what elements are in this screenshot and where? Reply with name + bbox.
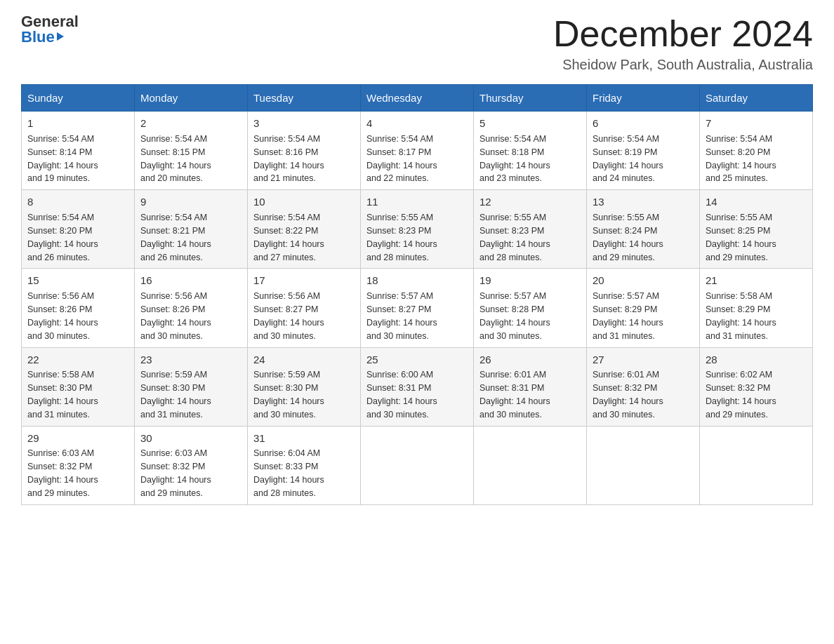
day-info: Sunrise: 5:58 AMSunset: 8:29 PMDaylight:…: [706, 291, 776, 341]
day-info: Sunrise: 5:58 AMSunset: 8:30 PMDaylight:…: [27, 370, 98, 420]
header-friday: Friday: [587, 85, 700, 112]
day-info: Sunrise: 6:01 AMSunset: 8:31 PMDaylight:…: [479, 370, 550, 420]
day-info: Sunrise: 5:57 AMSunset: 8:29 PMDaylight:…: [593, 291, 663, 341]
calendar-cell: 28 Sunrise: 6:02 AMSunset: 8:32 PMDaylig…: [700, 347, 813, 426]
day-info: Sunrise: 5:54 AMSunset: 8:18 PMDaylight:…: [479, 134, 550, 184]
calendar-cell: 7 Sunrise: 5:54 AMSunset: 8:20 PMDayligh…: [700, 112, 813, 190]
logo-arrow-icon: [57, 32, 64, 41]
day-info: Sunrise: 5:59 AMSunset: 8:30 PMDaylight:…: [253, 370, 324, 420]
day-info: Sunrise: 6:00 AMSunset: 8:31 PMDaylight:…: [366, 370, 437, 420]
calendar-cell: 10 Sunrise: 5:54 AMSunset: 8:22 PMDaylig…: [248, 190, 361, 269]
day-number: 10: [253, 194, 355, 210]
day-info: Sunrise: 6:02 AMSunset: 8:32 PMDaylight:…: [706, 370, 776, 420]
day-number: 30: [140, 431, 241, 446]
day-number: 17: [253, 273, 355, 288]
day-number: 14: [706, 194, 807, 210]
calendar-cell: 23 Sunrise: 5:59 AMSunset: 8:30 PMDaylig…: [135, 347, 248, 426]
calendar-cell: [587, 426, 700, 504]
title-section: December 2024 Sheidow Park, South Austra…: [553, 14, 813, 73]
day-info: Sunrise: 6:01 AMSunset: 8:32 PMDaylight:…: [593, 370, 663, 420]
day-info: Sunrise: 5:56 AMSunset: 8:26 PMDaylight:…: [27, 291, 98, 341]
day-info: Sunrise: 5:54 AMSunset: 8:15 PMDaylight:…: [140, 134, 211, 184]
day-number: 6: [593, 116, 694, 131]
calendar-week-row: 29 Sunrise: 6:03 AMSunset: 8:32 PMDaylig…: [22, 426, 813, 504]
day-info: Sunrise: 5:55 AMSunset: 8:24 PMDaylight:…: [593, 213, 663, 262]
day-info: Sunrise: 5:54 AMSunset: 8:20 PMDaylight:…: [706, 134, 776, 184]
calendar-cell: 18 Sunrise: 5:57 AMSunset: 8:27 PMDaylig…: [361, 269, 474, 347]
day-number: 13: [593, 194, 694, 210]
calendar-cell: 9 Sunrise: 5:54 AMSunset: 8:21 PMDayligh…: [135, 190, 248, 269]
calendar-cell: 8 Sunrise: 5:54 AMSunset: 8:20 PMDayligh…: [22, 190, 135, 269]
day-number: 8: [27, 194, 128, 210]
calendar-cell: 27 Sunrise: 6:01 AMSunset: 8:32 PMDaylig…: [587, 347, 700, 426]
day-number: 15: [27, 273, 128, 288]
day-number: 29: [27, 431, 128, 446]
calendar-cell: 15 Sunrise: 5:56 AMSunset: 8:26 PMDaylig…: [22, 269, 135, 347]
day-info: Sunrise: 5:59 AMSunset: 8:30 PMDaylight:…: [140, 370, 211, 420]
day-number: 27: [593, 352, 694, 368]
calendar-week-row: 1 Sunrise: 5:54 AMSunset: 8:14 PMDayligh…: [22, 112, 813, 190]
day-number: 11: [366, 194, 468, 210]
calendar-cell: 16 Sunrise: 5:56 AMSunset: 8:26 PMDaylig…: [135, 269, 248, 347]
month-title: December 2024: [553, 14, 813, 54]
day-info: Sunrise: 5:54 AMSunset: 8:14 PMDaylight:…: [27, 134, 98, 184]
header-thursday: Thursday: [474, 85, 587, 112]
calendar-cell: 4 Sunrise: 5:54 AMSunset: 8:17 PMDayligh…: [361, 112, 474, 190]
header-wednesday: Wednesday: [361, 85, 474, 112]
day-number: 9: [140, 194, 241, 210]
day-info: Sunrise: 5:57 AMSunset: 8:27 PMDaylight:…: [366, 291, 437, 341]
calendar-week-row: 8 Sunrise: 5:54 AMSunset: 8:20 PMDayligh…: [22, 190, 813, 269]
day-number: 2: [140, 116, 241, 131]
logo-blue-text: Blue: [21, 29, 64, 45]
day-info: Sunrise: 6:03 AMSunset: 8:32 PMDaylight:…: [27, 448, 98, 498]
day-number: 12: [479, 194, 581, 210]
calendar-cell: 19 Sunrise: 5:57 AMSunset: 8:28 PMDaylig…: [474, 269, 587, 347]
day-info: Sunrise: 5:57 AMSunset: 8:28 PMDaylight:…: [479, 291, 550, 341]
calendar-cell: 29 Sunrise: 6:03 AMSunset: 8:32 PMDaylig…: [22, 426, 135, 504]
header-sunday: Sunday: [22, 85, 135, 112]
day-number: 28: [706, 352, 807, 368]
day-number: 26: [479, 352, 581, 368]
calendar-cell: [474, 426, 587, 504]
day-info: Sunrise: 6:03 AMSunset: 8:32 PMDaylight:…: [140, 448, 211, 498]
day-number: 23: [140, 352, 241, 368]
day-info: Sunrise: 5:56 AMSunset: 8:27 PMDaylight:…: [253, 291, 324, 341]
calendar-cell: 30 Sunrise: 6:03 AMSunset: 8:32 PMDaylig…: [135, 426, 248, 504]
day-number: 4: [366, 116, 468, 131]
calendar-cell: 25 Sunrise: 6:00 AMSunset: 8:31 PMDaylig…: [361, 347, 474, 426]
calendar-cell: 31 Sunrise: 6:04 AMSunset: 8:33 PMDaylig…: [248, 426, 361, 504]
calendar-cell: [361, 426, 474, 504]
calendar-cell: 3 Sunrise: 5:54 AMSunset: 8:16 PMDayligh…: [248, 112, 361, 190]
day-number: 21: [706, 273, 807, 288]
calendar-cell: 1 Sunrise: 5:54 AMSunset: 8:14 PMDayligh…: [22, 112, 135, 190]
day-info: Sunrise: 5:54 AMSunset: 8:22 PMDaylight:…: [253, 213, 324, 262]
calendar-cell: 21 Sunrise: 5:58 AMSunset: 8:29 PMDaylig…: [700, 269, 813, 347]
day-number: 18: [366, 273, 468, 288]
day-number: 5: [479, 116, 581, 131]
day-info: Sunrise: 5:55 AMSunset: 8:23 PMDaylight:…: [479, 213, 550, 262]
day-number: 1: [27, 116, 128, 131]
day-number: 24: [253, 352, 355, 368]
logo-general-text: General: [21, 14, 79, 29]
day-info: Sunrise: 5:54 AMSunset: 8:17 PMDaylight:…: [366, 134, 437, 184]
page-header: General Blue December 2024 Sheidow Park,…: [21, 14, 813, 73]
day-number: 19: [479, 273, 581, 288]
calendar-cell: 5 Sunrise: 5:54 AMSunset: 8:18 PMDayligh…: [474, 112, 587, 190]
calendar-cell: 2 Sunrise: 5:54 AMSunset: 8:15 PMDayligh…: [135, 112, 248, 190]
calendar-cell: 12 Sunrise: 5:55 AMSunset: 8:23 PMDaylig…: [474, 190, 587, 269]
day-info: Sunrise: 5:55 AMSunset: 8:25 PMDaylight:…: [706, 213, 776, 262]
location-title: Sheidow Park, South Australia, Australia: [553, 57, 813, 73]
calendar-cell: 14 Sunrise: 5:55 AMSunset: 8:25 PMDaylig…: [700, 190, 813, 269]
day-number: 20: [593, 273, 694, 288]
calendar-cell: 11 Sunrise: 5:55 AMSunset: 8:23 PMDaylig…: [361, 190, 474, 269]
calendar-cell: 13 Sunrise: 5:55 AMSunset: 8:24 PMDaylig…: [587, 190, 700, 269]
day-info: Sunrise: 5:54 AMSunset: 8:21 PMDaylight:…: [140, 213, 211, 262]
calendar-cell: 22 Sunrise: 5:58 AMSunset: 8:30 PMDaylig…: [22, 347, 135, 426]
day-info: Sunrise: 5:56 AMSunset: 8:26 PMDaylight:…: [140, 291, 211, 341]
day-info: Sunrise: 5:54 AMSunset: 8:19 PMDaylight:…: [593, 134, 663, 184]
calendar-header-row: SundayMondayTuesdayWednesdayThursdayFrid…: [22, 85, 813, 112]
day-number: 7: [706, 116, 807, 131]
calendar-week-row: 15 Sunrise: 5:56 AMSunset: 8:26 PMDaylig…: [22, 269, 813, 347]
header-saturday: Saturday: [700, 85, 813, 112]
calendar-cell: 20 Sunrise: 5:57 AMSunset: 8:29 PMDaylig…: [587, 269, 700, 347]
